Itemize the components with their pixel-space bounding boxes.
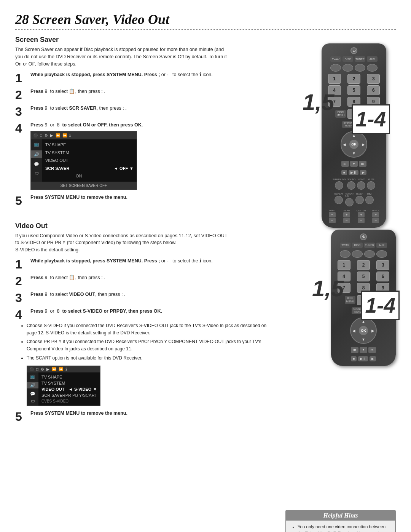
stop-btn-1: ■: [341, 170, 347, 175]
video-out-right-area: 1,5 1-4 ⏻ TV/AV DISC TUNER AUX: [282, 222, 396, 532]
sidebar2-icon-1: 📺: [30, 374, 35, 379]
sidebar-icon-4: 🛡: [35, 171, 39, 177]
vo-step-num-5: 5: [15, 411, 27, 423]
oval-row-2: [340, 250, 387, 258]
next-btn-2: ⏭: [368, 347, 376, 353]
tv-av-btn: TV/AV: [330, 56, 341, 62]
hint-1: You only need one video connection betwe…: [298, 524, 390, 532]
stop-btn-2: ■: [351, 356, 357, 361]
step-number-1: 1: [15, 72, 27, 84]
menu-main-2: TV SHAPE TV SYSTEM VIDEO OUT ◄ S-VIDEO ▼…: [38, 372, 100, 406]
menu-screenshot-1: ⚫ □ ⚙ ▶ ⏪ ⏩ ℹ 📺 🔊 💬: [30, 131, 137, 190]
vo-step-num-3: 3: [15, 292, 27, 304]
step-indicator-15-section1: 1,5: [303, 89, 334, 115]
next-btn: ⏭: [359, 161, 366, 167]
menu2-svideo-val: ◄ S-VIDEO ▼: [68, 387, 97, 391]
step-indicator-14-section1: 1-4: [352, 104, 390, 134]
menu-sidebar-2: 📺 🔊 💬 🛡: [27, 372, 38, 406]
surr-vol: SURR + –: [325, 209, 339, 223]
nav-right: ▶: [362, 142, 365, 147]
screen-saver-intro: The Screen Saver can appear if Disc play…: [15, 46, 228, 67]
vo-step-3-content: Press 9 to select VIDEO OUT, then press …: [30, 291, 274, 298]
helpful-hints-list: You only need one video connection betwe…: [292, 524, 390, 532]
step-5-screen-saver: 5 Press SYSTEM MENU to remove the menu.: [15, 194, 274, 207]
btn2-6: 6: [376, 272, 389, 281]
aux-btn: AUX: [367, 56, 378, 62]
menu-top-bar-1: ⚫ □ ⚙ ▶ ⏪ ⏩ ℹ: [31, 131, 137, 139]
vo-step-4: 4 Press 9 or 8 to select S-VIDEO or PRPB…: [15, 308, 274, 406]
vo-step-4-text: Press 9 or 8 to select S-VIDEO or PRPBY,…: [30, 308, 162, 314]
tuner-btn: TUNER: [355, 56, 365, 62]
vo-step-3: 3 Press 9 to select VIDEO OUT, then pres…: [15, 291, 274, 304]
video-out-content: Video Out If you used Component Video or…: [15, 222, 274, 532]
disc-menu-btn: DISCMENU: [335, 110, 346, 118]
menu2-tv-system: TV SYSTEM: [41, 380, 97, 386]
sidebar-icon-1: 📺: [34, 141, 39, 147]
menu-top-bar-2: ⚫ □ ⚙ ▶ ⏪ ⏩ ℹ: [27, 366, 100, 372]
step-number-5-ss: 5: [15, 195, 27, 207]
vo-step-1-content: While playback is stopped, press SYSTEM …: [30, 257, 274, 265]
ok-button-2: OK: [359, 326, 368, 335]
vo-step-1-rest: or - to select the ℹ icon.: [161, 258, 213, 264]
aux-btn-2: AUX: [376, 243, 387, 248]
menu2-video-out: VIDEO OUT ◄ S-VIDEO ▼: [41, 386, 97, 392]
ok-button-1: OK: [349, 140, 358, 149]
btn2-1: 1: [338, 260, 350, 270]
source-buttons-1: TV/AV DISC TUNER AUX: [330, 56, 378, 62]
menu2-cvbs: CVBS S-VIDEO: [41, 398, 97, 404]
step-4-text: Press 9 or 8 to select ON or OFF, then p…: [30, 122, 143, 128]
vo-step-2: 2 Press 9 to select 📋, then press : .: [15, 274, 274, 287]
remote-control-1: ⏻ TV/AV DISC TUNER AUX 1: [322, 43, 386, 228]
screen-saver-section: Screen Saver The Screen Saver can appear…: [15, 36, 396, 211]
vo-step-num-4: 4: [15, 308, 27, 321]
oval2-2: [352, 250, 363, 258]
nav-up: ▲: [352, 133, 356, 137]
vo-step-5-text: Press SYSTEM MENU to remove the menu.: [30, 411, 127, 416]
step-number-3: 3: [15, 105, 27, 118]
step-5-text: Press SYSTEM MENU to remove the menu.: [30, 195, 127, 200]
btn-3: 3: [367, 74, 380, 84]
sound-btn: SOUND: [347, 178, 355, 190]
rear-vol: REAR + –: [340, 209, 353, 223]
sound-row-1: SURROUND SOUND NIGHT MUTE: [333, 178, 376, 190]
night-btn: NIGHT: [357, 178, 365, 190]
step-indicator-14-section2: 1-4: [361, 291, 400, 320]
step-number-2: 2: [15, 89, 27, 101]
nav2-left: ◀: [352, 328, 355, 332]
resume-btn-2: ▶: [370, 356, 376, 361]
vo-step-2-text: Press 9 to select 📋, then press : .: [30, 275, 105, 280]
step-1-rest: or - to select the ℹ icon.: [161, 72, 213, 77]
menu-body-2: 📺 🔊 💬 🛡 TV SHAPE TV SYSTEM VIDEO OUT ◄ S: [27, 372, 100, 406]
transport-row-1: ⏮ ▼ ⏭: [341, 161, 366, 167]
disc-src-btn-2: DISC: [352, 243, 363, 248]
step-1-bold: While playback is stopped, press SYSTEM …: [30, 72, 160, 77]
vo-step-4-content: Press 9 or 8 to select S-VIDEO or PRPBY,…: [30, 308, 162, 315]
tuner-btn-2: TUNER: [364, 243, 375, 248]
disc-src-btn: DISC: [342, 56, 353, 62]
surround-btn: SURROUND: [333, 178, 346, 190]
step-2-text: Press 9 to select 📋, then press : .: [30, 89, 105, 94]
nav2-right: ▶: [371, 328, 374, 332]
menu-row-on: ON: [45, 172, 134, 180]
vo-step-4-head: 4 Press 9 or 8 to select S-VIDEO or PRPB…: [15, 308, 162, 321]
vo-step-1-bold: While playback is stopped, press SYSTEM …: [30, 258, 160, 264]
sidebar-icon-3: 💬: [34, 161, 39, 168]
btn2-5: 5: [357, 272, 370, 281]
step-3-text: Press 9 to select SCR SAVER, then press …: [30, 105, 127, 111]
btn-1: 1: [328, 74, 341, 84]
remote2-top: ⏻: [360, 233, 367, 240]
menu-row-tv-system: TV SYSTEM: [45, 149, 134, 157]
menu-sidebar-1: 📺 🔊 💬 🛡: [31, 139, 42, 182]
vo-step-num-1: 1: [15, 258, 27, 270]
oval-3: [355, 64, 365, 72]
bullet-svideo: Choose S-VIDEO if you connected the DVD …: [27, 322, 274, 337]
prev-btn-2: ⏮: [351, 347, 358, 353]
nav2-down: ▼: [362, 337, 365, 342]
sidebar2-icon-3: 💬: [30, 391, 35, 396]
nav-circle-2: ▲ ▼ ◀ ▶ OK: [350, 317, 377, 344]
vol-row-1: SURR + – REAR + – CENTER + –: [325, 209, 382, 223]
down2-btn-2: ▼: [360, 347, 367, 353]
sidebar2-icon-2: 🔊: [27, 382, 38, 388]
helpful-hints-title: Helpful Hints: [286, 511, 395, 521]
resume-btn-1: ▶: [360, 170, 366, 175]
